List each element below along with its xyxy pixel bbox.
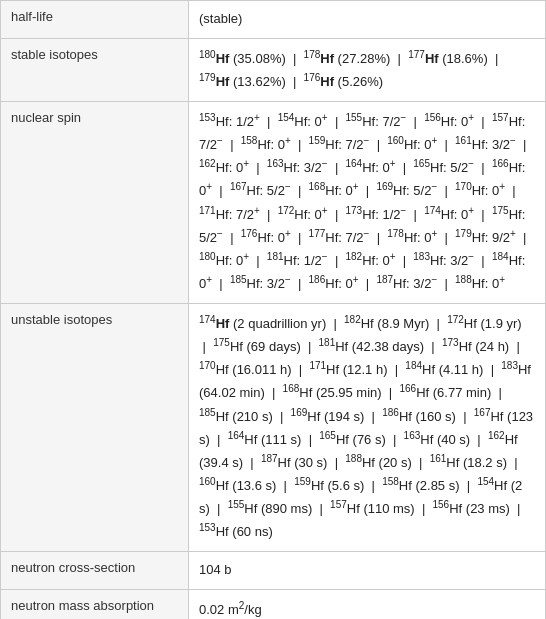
table-row: neutron mass absorption0.02 m2/kg [1, 590, 546, 619]
row-label: half-life [1, 1, 189, 39]
row-value: 174Hf (2 quadrillion yr) | 182Hf (8.9 My… [189, 304, 546, 552]
row-label: neutron mass absorption [1, 590, 189, 619]
row-value: 153Hf: 1/2+ | 154Hf: 0+ | 155Hf: 7/2− | … [189, 102, 546, 304]
row-value: 180Hf (35.08%) | 178Hf (27.28%) | 177Hf … [189, 38, 546, 101]
table-row: unstable isotopes174Hf (2 quadrillion yr… [1, 304, 546, 552]
table-row: stable isotopes180Hf (35.08%) | 178Hf (2… [1, 38, 546, 101]
table-row: neutron cross-section104 b [1, 552, 546, 590]
row-label: nuclear spin [1, 102, 189, 304]
row-value: 104 b [189, 552, 546, 590]
table-row: nuclear spin153Hf: 1/2+ | 154Hf: 0+ | 15… [1, 102, 546, 304]
properties-table: half-life(stable)stable isotopes180Hf (3… [0, 0, 546, 619]
row-label: neutron cross-section [1, 552, 189, 590]
row-label: unstable isotopes [1, 304, 189, 552]
row-value: 0.02 m2/kg [189, 590, 546, 619]
table-row: half-life(stable) [1, 1, 546, 39]
row-value: (stable) [189, 1, 546, 39]
row-label: stable isotopes [1, 38, 189, 101]
